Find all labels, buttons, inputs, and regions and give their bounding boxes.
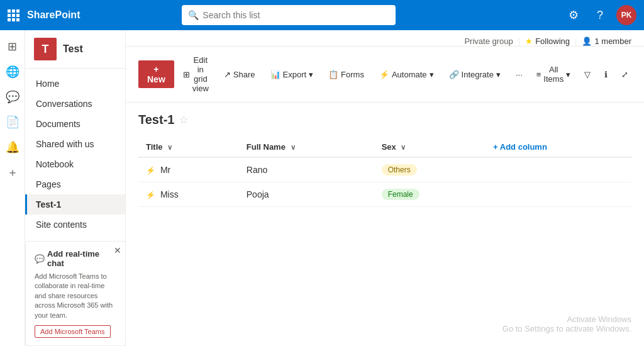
globe-icon[interactable]: 🌐 — [1, 60, 24, 83]
member-icon: 👤 — [582, 36, 592, 46]
cell-sex-1: Others — [374, 157, 486, 182]
chat-icon[interactable]: 💬 — [1, 86, 24, 108]
export-button[interactable]: 📊 Export ▾ — [264, 66, 320, 83]
content-header: Private group | ★ Following | 👤 1 member — [126, 30, 644, 47]
export-chevron-icon: ▾ — [309, 70, 313, 79]
table-row: ⚡ Miss Pooja Female — [138, 182, 631, 207]
row-icon-2: ⚡ — [146, 191, 155, 199]
view-chevron-icon: ▾ — [566, 70, 570, 79]
info-icon: ℹ — [604, 70, 608, 79]
group-info: Private group | ★ Following | 👤 1 member — [464, 36, 631, 46]
toolbar: + New ⊞ Edit in grid view ↗ Share 📊 Expo… — [126, 47, 644, 103]
cell-fullname-2: Pooja — [239, 182, 374, 207]
app-grid-icon[interactable] — [8, 9, 19, 21]
top-navigation: SharePoint 🔍 ⚙ ? PK — [0, 0, 644, 30]
nav-item-home[interactable]: Home — [25, 74, 125, 94]
table-header-row: Title ∨ Full Name ∨ Sex ∨ + Add column — [138, 137, 631, 157]
forms-icon: 📋 — [328, 70, 338, 79]
settings-button[interactable]: ⚙ — [564, 5, 584, 25]
expand-icon: ⤢ — [621, 70, 628, 79]
search-bar: 🔍 — [182, 5, 396, 25]
logo: SharePoint — [8, 9, 96, 21]
sort-icon-title: ∨ — [167, 143, 172, 151]
list-name: Test-1 — [138, 113, 174, 127]
nav-item-documents[interactable]: Documents — [25, 114, 125, 134]
badge-others: Others — [382, 164, 417, 176]
add-microsoft-teams-button[interactable]: Add Microsoft Teams — [35, 325, 111, 338]
chat-popup-close-button[interactable]: ✕ — [114, 245, 121, 255]
automate-icon: ⚡ — [379, 70, 389, 79]
cell-sex-2: Female — [374, 182, 486, 207]
expand-button[interactable]: ⤢ — [616, 67, 633, 82]
star-icon: ★ — [525, 36, 533, 46]
avatar[interactable]: PK — [616, 5, 636, 25]
new-button[interactable]: + New — [138, 60, 174, 88]
chat-popup: ✕ 💬 Add real-time chat Add Microsoft Tea… — [25, 241, 126, 346]
cell-title-2: ⚡ Miss — [138, 182, 239, 207]
add-icon[interactable]: ＋ — [1, 161, 24, 184]
export-icon: 📊 — [270, 70, 280, 79]
view-icon: ≡ — [536, 70, 541, 79]
left-icon-sidebar: ⊞ 🌐 💬 📄 🔔 ＋ — [0, 30, 25, 346]
automate-button[interactable]: ⚡ Automate ▾ — [373, 66, 440, 83]
notification-icon[interactable]: 🔔 — [1, 136, 24, 159]
app-name: SharePoint — [27, 9, 80, 21]
cell-fullname-1: Rano — [239, 157, 374, 182]
share-button[interactable]: ↗ Share — [218, 66, 262, 83]
sort-icon-sex: ∨ — [401, 143, 406, 151]
integrate-button[interactable]: 🔗 Integrate ▾ — [443, 66, 507, 83]
content-area: Private group | ★ Following | 👤 1 member… — [126, 30, 644, 346]
column-sex[interactable]: Sex ∨ — [374, 137, 486, 157]
chat-popup-title: 💬 Add real-time chat — [35, 249, 116, 268]
sort-icon-fullname: ∨ — [291, 143, 296, 151]
info-button[interactable]: ℹ — [599, 67, 613, 82]
integrate-icon: 🔗 — [449, 70, 459, 79]
site-logo: T — [34, 38, 57, 60]
favorite-star-icon[interactable]: ☆ — [179, 114, 188, 126]
automate-chevron-icon: ▾ — [430, 70, 434, 79]
help-button[interactable]: ? — [590, 5, 610, 25]
nav-panel: T Test Home Conversations Documents Shar… — [25, 30, 126, 346]
share-icon: ↗ — [224, 70, 231, 79]
all-items-button[interactable]: ≡ All Items ▾ — [531, 62, 575, 86]
top-nav-actions: ⚙ ? PK — [564, 5, 636, 25]
data-table: Title ∨ Full Name ∨ Sex ∨ + Add column — [138, 137, 631, 207]
nav-item-shared[interactable]: Shared with us — [25, 134, 125, 154]
search-icon: 🔍 — [188, 10, 199, 20]
following-button[interactable]: ★ Following — [525, 36, 570, 46]
chat-popup-description: Add Microsoft Teams to collaborate in re… — [35, 272, 116, 320]
cell-title-1: ⚡ Mr — [138, 157, 239, 182]
edit-grid-button[interactable]: ⊞ Edit in grid view — [177, 52, 215, 97]
row-icon-1: ⚡ — [146, 166, 155, 175]
cell-add-1 — [486, 157, 631, 182]
list-content: Test-1 ☆ Title ∨ Full Name ∨ — [126, 103, 644, 346]
group-label: Private group — [464, 36, 513, 46]
filter-button[interactable]: ▽ — [579, 67, 596, 82]
teams-icon: 💬 — [35, 254, 45, 264]
nav-item-conversations[interactable]: Conversations — [25, 94, 125, 114]
nav-item-test1[interactable]: Test-1 — [25, 194, 125, 215]
main-layout: T Test Home Conversations Documents Shar… — [25, 30, 644, 346]
site-header: T Test — [25, 30, 125, 69]
column-fullname[interactable]: Full Name ∨ — [239, 137, 374, 157]
cell-add-2 — [486, 182, 631, 207]
document-icon[interactable]: 📄 — [1, 111, 24, 133]
toolbar-right: ≡ All Items ▾ ▽ ℹ ⤢ — [531, 62, 633, 86]
nav-item-pages[interactable]: Pages — [25, 174, 125, 194]
search-input[interactable] — [203, 10, 389, 20]
integrate-chevron-icon: ▾ — [496, 70, 501, 79]
site-name: Test — [63, 43, 83, 55]
column-title[interactable]: Title ∨ — [138, 137, 239, 157]
list-title: Test-1 ☆ — [138, 113, 631, 127]
edit-grid-icon: ⊞ — [183, 70, 190, 79]
home-icon[interactable]: ⊞ — [1, 35, 24, 58]
member-info[interactable]: 👤 1 member — [582, 36, 631, 46]
nav-item-site-contents[interactable]: Site contents — [25, 215, 125, 235]
forms-button[interactable]: 📋 Forms — [322, 66, 370, 83]
table-row: ⚡ Mr Rano Others — [138, 157, 631, 182]
badge-female: Female — [382, 189, 419, 200]
filter-icon: ▽ — [584, 70, 591, 79]
more-button[interactable]: ··· — [509, 66, 529, 83]
nav-item-notebook[interactable]: Notebook — [25, 154, 125, 174]
column-add[interactable]: + Add column — [486, 137, 631, 157]
